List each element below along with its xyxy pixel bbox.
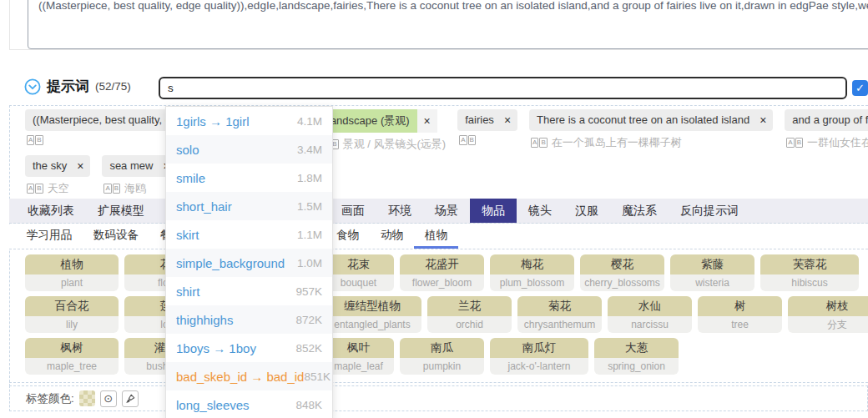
tag-cell[interactable]: 大葱 spring_onion — [594, 338, 679, 375]
tag-chip-row-2: the sky × AB 天空 sea mew × AB 海鸥 — [25, 155, 177, 196]
tag-cell[interactable]: 梅花 plum_blossom — [490, 254, 574, 291]
category-tab[interactable]: 环境 — [376, 199, 423, 223]
tag-cell[interactable]: 兰花 orchid — [427, 296, 512, 333]
tag-cell[interactable]: 枫叶 maple_leaf — [323, 338, 394, 375]
category-tab[interactable]: 收藏列表 — [16, 199, 86, 223]
category-tab[interactable]: 场景 — [423, 199, 470, 223]
category-tab[interactable]: 画面 — [330, 199, 376, 223]
tag-translation-text: 在一个孤岛上有一棵椰子树 — [552, 135, 682, 150]
tag-cell[interactable]: 南瓜灯 jack-o'-lantern — [490, 338, 588, 375]
dashed-separator — [9, 382, 868, 383]
autocomplete-item[interactable]: 1girls → 1girl 4.1M — [166, 107, 332, 135]
close-icon[interactable]: × — [74, 155, 90, 177]
autocomplete-post-count: 4.1M — [297, 115, 322, 128]
tag-cell[interactable]: 花束 bouquet — [323, 254, 394, 291]
tag-cell-en: plum_blossom — [490, 274, 574, 291]
tag-cell-cn: 树 — [698, 296, 782, 316]
subcategory-tab-label: 学习用品 — [27, 228, 72, 243]
autocomplete-post-count: 1.0M — [297, 257, 322, 269]
reset-color-button[interactable]: ⊙ — [100, 390, 117, 407]
tag-cell-en: plant — [25, 274, 119, 291]
autocomplete-item[interactable]: solo 3.4M — [166, 135, 332, 164]
autocomplete-tag-label: skirt — [176, 228, 199, 242]
tag-cell-cn: 枫叶 — [323, 338, 394, 358]
autocomplete-item[interactable]: 1boys → 1boy 852K — [166, 334, 332, 362]
subcategory-tab[interactable]: 植物 — [414, 224, 458, 249]
category-tab[interactable]: 镜头 — [517, 199, 563, 223]
tag-cell[interactable]: 枫树 maple_tree — [25, 338, 119, 375]
autocomplete-item[interactable]: bad_skeb_id → bad_id 851K — [166, 362, 332, 390]
section-title: 提示词 — [47, 77, 89, 96]
color-swatch-button[interactable] — [79, 390, 95, 406]
tag-cell-cn: 枫树 — [25, 338, 119, 358]
tag-cell[interactable]: 樱花 cherry_blossoms — [580, 254, 664, 291]
tag-cell-cn: 芙蓉花 — [760, 254, 859, 274]
category-tab-label: 镜头 — [528, 204, 552, 219]
category-tab-label: 画面 — [341, 204, 365, 219]
category-tab[interactable]: 物品 — [470, 199, 517, 223]
autocomplete-item[interactable]: short_hair 1.5M — [166, 192, 332, 220]
tag-chip[interactable]: fairies × — [457, 109, 517, 131]
autocomplete-item[interactable]: thighhighs 872K — [166, 305, 332, 334]
autocomplete-tag-label: simple_background — [176, 256, 285, 270]
tag-chip-label: There is a coconut tree on an isolated i… — [529, 109, 757, 131]
category-tab-label: 魔法系 — [622, 204, 657, 219]
subcategory-tab[interactable]: 学习用品 — [16, 224, 83, 249]
tag-chip[interactable]: the sky × — [25, 155, 90, 177]
tag-cell[interactable]: 水仙 narcissu — [608, 296, 692, 333]
subcategory-tab-label: 动物 — [381, 228, 403, 243]
prompt-textarea[interactable]: ((Masterpiece, best quality, edge qualit… — [28, 0, 868, 49]
close-icon[interactable]: × — [417, 109, 437, 133]
category-tab-label: 反向提示词 — [680, 204, 739, 219]
autocomplete-tag-label: 1boys → 1boy — [176, 341, 256, 355]
tag-grid-row: 百合花 lily 莲花 lotus 缠结型植物 entangled_plants… — [25, 296, 868, 333]
tag-cell[interactable]: 芙蓉花 hibiscus — [760, 254, 859, 291]
subcategory-tab[interactable]: 数码设备 — [83, 224, 149, 249]
category-tab[interactable]: 扩展模型 — [86, 199, 156, 223]
tag-grid-row: 枫树 maple_tree 灌木丛 bush,shrub 枫叶 maple_le… — [25, 338, 868, 375]
tag-cell[interactable]: 花盛开 flower_bloom — [400, 254, 484, 291]
close-icon[interactable]: × — [502, 109, 517, 131]
collapse-chevron-icon[interactable] — [24, 78, 41, 95]
category-tab[interactable]: 汉服 — [563, 199, 610, 223]
autocomplete-item[interactable]: simple_background 1.0M — [166, 249, 332, 277]
tag-chip[interactable]: landscape (景观) × — [320, 109, 446, 133]
tag-cell[interactable]: 菊花 chrysanthemum — [517, 296, 602, 333]
tag-cell-cn: 花盛开 — [400, 254, 484, 274]
tag-chip-label: and a group of fairies live on it — [785, 109, 868, 131]
tag-cell[interactable]: 缠结型植物 entangled_plants — [323, 296, 421, 333]
translate-checkbox[interactable]: ✓ — [852, 80, 868, 96]
autocomplete-post-count: 1.5M — [297, 200, 322, 213]
tag-cell[interactable]: 百合花 lily — [25, 296, 119, 333]
tag-chip-group: landscape (景观) × AB 景观 / 风景镜头(远景) — [320, 109, 446, 152]
autocomplete-post-count: 957K — [295, 285, 322, 298]
autocomplete-tag-label: solo — [176, 143, 199, 157]
tag-translation: AB 景观 / 风景镜头(远景) — [320, 137, 446, 152]
brush-button[interactable] — [122, 390, 139, 407]
tag-cell[interactable]: 树 tree — [698, 296, 782, 333]
translate-icon: AB — [531, 138, 548, 148]
category-tab[interactable]: 魔法系 — [610, 199, 669, 223]
tag-cell[interactable]: 紫藤 wisteria — [670, 254, 754, 291]
prompt-section-header: 提示词 (52/75) — [24, 77, 131, 96]
autocomplete-item[interactable]: skirt 1.1M — [166, 220, 332, 249]
tag-cell[interactable]: 树枝 分支 — [788, 296, 868, 333]
autocomplete-item[interactable]: long_sleeves 848K — [166, 390, 332, 418]
subcategory-tab[interactable]: 动物 — [370, 224, 414, 249]
tag-chip[interactable]: and a group of fairies live on it × — [785, 109, 868, 131]
tag-cell[interactable]: 南瓜 pumpkin — [400, 338, 484, 375]
autocomplete-item[interactable]: shirt 957K — [166, 277, 332, 305]
brush-icon — [125, 394, 135, 404]
tag-chip-label: fairies — [457, 109, 502, 131]
autocomplete-tag-label: bad_skeb_id → bad_id — [176, 370, 304, 384]
tag-search-input[interactable] — [159, 77, 847, 99]
tag-cell[interactable]: 植物 plant — [25, 254, 119, 291]
tabbar-left-group: 收藏列表 扩展模型 — [16, 199, 156, 223]
close-icon[interactable]: × — [757, 109, 773, 131]
tabbar-right-group: 画面 环境 场景 物品 镜头 汉服 魔法系 — [330, 199, 750, 223]
autocomplete-item[interactable]: smile 1.8M — [166, 164, 332, 192]
category-tab[interactable]: 反向提示词 — [669, 199, 750, 223]
subcategory-tabbar: 学习用品 数码设备 餐具 食物 动物 植物 — [9, 224, 868, 249]
tag-cell-en: entangled_plants — [323, 316, 421, 333]
tag-chip[interactable]: There is a coconut tree on an isolated i… — [529, 109, 773, 131]
